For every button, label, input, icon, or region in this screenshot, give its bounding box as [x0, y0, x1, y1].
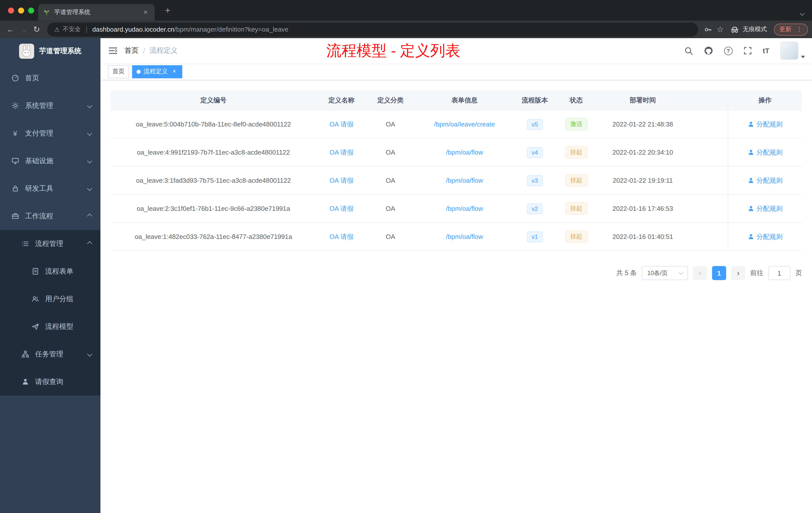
address-bar[interactable]: ⚠ 不安全 dashboard.yudao.iocoder.cn/bpm/man… [47, 22, 698, 36]
bookmark-star-icon[interactable]: ☆ [714, 23, 726, 35]
url-host: dashboard.yudao.iocoder.cn [92, 26, 174, 33]
tag-process-definition[interactable]: 流程定义 × [132, 65, 182, 78]
reload-button[interactable]: ↻ [30, 23, 43, 36]
fullscreen-icon[interactable] [744, 47, 752, 55]
security-indicator[interactable]: ⚠ 不安全 [54, 25, 81, 34]
sidebar-item-process-models[interactable]: 流程模型 [0, 313, 100, 340]
sidebar-item-label: 首页 [25, 73, 39, 83]
goto-page-input[interactable] [768, 266, 790, 280]
prev-page-button[interactable]: ‹ [693, 266, 707, 280]
breadcrumb-current: 流程定义 [150, 46, 178, 55]
deploy-time: 2022-01-16 17:46:53 [598, 195, 688, 222]
tags-view-bar: 首页 流程定义 × [100, 63, 812, 80]
back-button[interactable]: ← [4, 23, 17, 36]
tab-search-chevron-icon[interactable] [801, 8, 804, 17]
list-icon [21, 240, 29, 247]
sidebar-item-task-management[interactable]: 任务管理 [0, 340, 100, 368]
avatar[interactable] [780, 42, 799, 60]
sidebar-item-label: 任务管理 [35, 350, 63, 359]
window-controls [8, 7, 34, 13]
status-badge: 挂起 [565, 174, 587, 187]
column-header: 状态 [555, 90, 598, 110]
status-badge: 挂起 [565, 231, 587, 243]
pagination: 共 5 条 10条/页 ‹ 1 › 前往 页 [111, 266, 802, 280]
version-badge: v4 [526, 147, 543, 158]
status-badge: 挂起 [565, 146, 587, 159]
sidebar-item-process-management[interactable]: 流程管理 [0, 230, 100, 258]
window-zoom-button[interactable] [28, 7, 34, 13]
person-icon [21, 378, 29, 386]
sidebar-item-process-forms[interactable]: 流程表单 [0, 258, 100, 285]
definition-id: oa_leave:1:482ec033-762a-11ec-8477-a2380… [111, 223, 316, 250]
tab-close-icon[interactable]: × [142, 8, 150, 16]
page-size-select[interactable]: 10条/页 [642, 266, 688, 280]
next-page-button[interactable]: › [731, 266, 745, 280]
assign-rule-button[interactable]: 分配规则 [748, 148, 783, 157]
deploy-time: 2022-01-22 19:19:11 [598, 167, 688, 194]
url-text: dashboard.yudao.iocoder.cn/bpm/manager/d… [92, 26, 289, 33]
sidebar-item-workflow[interactable]: 工作流程 [0, 202, 100, 230]
column-filler [688, 90, 728, 110]
sidebar-item-infrastructure[interactable]: 基础设施 [0, 147, 100, 175]
assign-rule-button[interactable]: 分配规则 [748, 232, 783, 241]
form-link[interactable]: /bpm/oa/flow [446, 177, 483, 184]
definition-name-link[interactable]: OA 请假 [329, 120, 353, 129]
url-path: /bpm/manager/definition?key=oa_leave [174, 26, 289, 33]
page-content: 定义编号 定义名称 定义分类 表单信息 流程版本 状态 部署时间 操作 oa_l… [100, 80, 812, 513]
sidebar-item-user-groups[interactable]: 用户分组 [0, 285, 100, 313]
definition-name-link[interactable]: OA 请假 [329, 232, 353, 241]
version-badge: v3 [526, 175, 543, 186]
assign-rule-button[interactable]: 分配规则 [748, 120, 783, 129]
help-icon[interactable]: ? [724, 47, 733, 55]
tag-home[interactable]: 首页 [108, 65, 129, 78]
workflow-submenu: 流程管理 流程表单 用户分组 流程模型 [0, 230, 100, 396]
form-link[interactable]: /bpm/oa/leave/create [434, 120, 495, 128]
screen: 芋道管理系统 × + ← → ↻ ⚠ 不安全 dashboard.yudao.i… [0, 0, 812, 513]
yen-icon: ¥ [11, 129, 19, 137]
definition-category: OA [367, 139, 414, 166]
sidebar-item-home[interactable]: 首页 [0, 64, 100, 92]
forward-button[interactable]: → [17, 23, 30, 36]
chevron-down-icon [88, 131, 91, 135]
chevron-down-icon [88, 104, 91, 108]
font-size-icon[interactable]: tT [763, 47, 769, 55]
window-minimize-button[interactable] [18, 7, 24, 13]
definition-name-link[interactable]: OA 请假 [329, 176, 353, 185]
form-link[interactable]: /bpm/oa/flow [446, 205, 483, 212]
incognito-icon [730, 25, 739, 33]
table-row: oa_leave:3:1fad3d93-7b75-11ec-a3c8-acde4… [111, 167, 802, 195]
status-badge: 挂起 [565, 202, 587, 215]
github-icon[interactable] [704, 46, 713, 55]
sidebar-toggle-icon[interactable] [100, 47, 124, 55]
tag-close-icon[interactable]: × [171, 68, 178, 75]
sidebar: 芋道管理系统 首页 系统管理 ¥ 支付管理 [0, 38, 100, 513]
browser-tab[interactable]: 芋道管理系统 × [38, 4, 155, 21]
breadcrumb-home[interactable]: 首页 [124, 46, 139, 55]
password-key-icon[interactable] [702, 23, 714, 35]
browser-update-button[interactable]: 更新 ⋮ [774, 23, 808, 35]
assign-rule-button[interactable]: 分配规则 [748, 176, 783, 185]
app-frame: 芋道管理系统 首页 系统管理 ¥ 支付管理 [0, 38, 812, 513]
sidebar-item-label: 流程表单 [45, 267, 73, 276]
user-menu[interactable] [780, 42, 805, 60]
definition-id: oa_leave:2:3c1f0ef1-76b1-11ec-9c66-a2380… [111, 195, 316, 222]
definition-name-link[interactable]: OA 请假 [329, 204, 353, 213]
browser-menu-icon[interactable]: ⋮ [796, 26, 803, 33]
definition-category: OA [367, 223, 414, 250]
sidebar-item-leave-query[interactable]: 请假查询 [0, 368, 100, 396]
chevron-up-icon [88, 242, 91, 245]
org-tree-icon [21, 350, 29, 358]
sidebar-item-devtools[interactable]: 研发工具 [0, 175, 100, 202]
definition-name-link[interactable]: OA 请假 [329, 148, 353, 157]
new-tab-button[interactable]: + [162, 5, 174, 17]
search-icon[interactable] [685, 47, 693, 55]
assign-rule-button[interactable]: 分配规则 [748, 204, 783, 213]
page-number-button[interactable]: 1 [712, 266, 726, 280]
form-link[interactable]: /bpm/oa/flow [446, 233, 483, 240]
sidebar-item-system[interactable]: 系统管理 [0, 92, 100, 119]
sidebar-item-payment[interactable]: ¥ 支付管理 [0, 119, 100, 147]
form-link[interactable]: /bpm/oa/flow [446, 149, 483, 156]
sidebar-logo[interactable]: 芋道管理系统 [0, 38, 100, 64]
caret-down-icon [801, 56, 805, 58]
window-close-button[interactable] [8, 7, 14, 13]
